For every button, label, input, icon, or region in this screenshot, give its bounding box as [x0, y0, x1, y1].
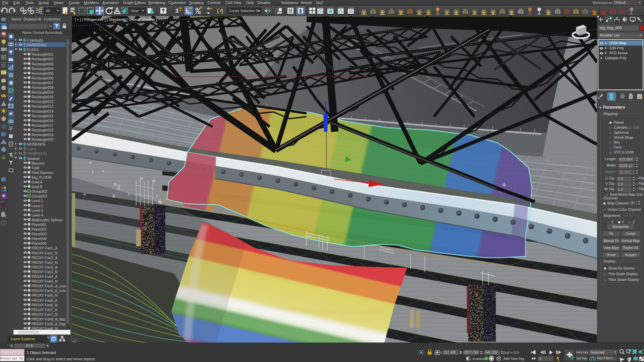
svg-text:View: View	[131, 9, 139, 13]
svg-text:A: A	[10, 89, 12, 93]
svg-text:?: ?	[3, 221, 5, 225]
svg-text:3: 3	[175, 8, 178, 14]
svg-text:0: 0	[539, 357, 541, 361]
svg-text:Add Time Tag: Add Time Tag	[503, 357, 524, 361]
svg-text:Enabled:: Enabled:	[473, 357, 485, 361]
svg-text:All: All	[46, 9, 50, 13]
svg-text:}: }	[221, 8, 223, 14]
svg-text:[ + ] [ Perspective ] [ Standa: [ + ] [ Perspective ] [ Standard ] [ Def…	[75, 17, 157, 21]
svg-text:Create Selection Se: Create Selection Se	[229, 9, 260, 13]
svg-text:{: {	[217, 8, 219, 14]
